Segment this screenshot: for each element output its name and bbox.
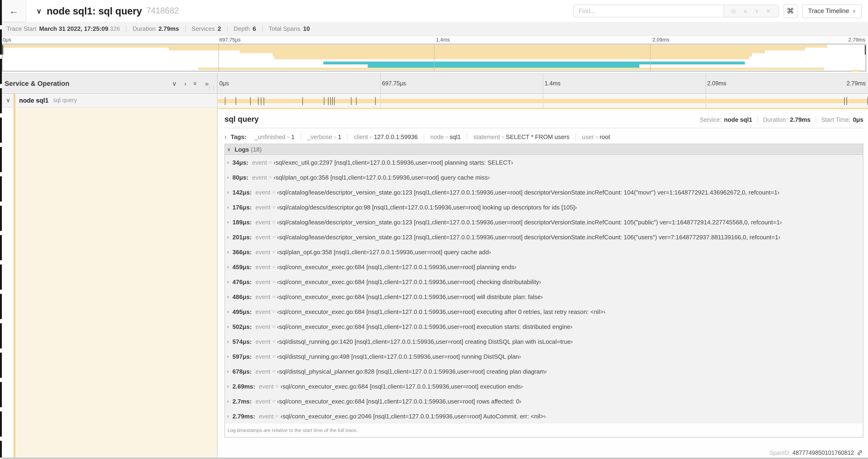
detail-divider bbox=[224, 128, 863, 128]
chevron-right-icon: › bbox=[227, 294, 229, 299]
tags-accordian[interactable]: › Tags: _unfinished=1_verbose=1client=12… bbox=[224, 133, 863, 140]
clear-find-icon[interactable]: ✕ bbox=[766, 8, 771, 14]
log-marker-tick bbox=[250, 97, 251, 105]
background-window-sliver bbox=[0, 0, 2, 458]
log-row[interactable]: ›2.69ms:event=‹sql/conn_executor_exec.go… bbox=[225, 379, 863, 394]
chevron-right-icon: › bbox=[227, 339, 229, 344]
logs-count: (18) bbox=[251, 146, 261, 153]
expand-one-icon[interactable]: › bbox=[184, 80, 186, 87]
chevron-right-icon: › bbox=[227, 324, 229, 329]
chevron-right-icon: › bbox=[227, 219, 229, 225]
log-row[interactable]: ›502μs:event=‹sql/conn_executor_exec.go:… bbox=[225, 319, 863, 334]
chevron-right-icon: › bbox=[227, 309, 229, 315]
log-row[interactable]: ›597μs:event=‹sql/distsql_running.go:498… bbox=[225, 349, 863, 364]
log-row[interactable]: ›476μs:event=‹sql/conn_executor_exec.go:… bbox=[225, 274, 863, 289]
service-operation-header: Service & Operation bbox=[5, 80, 69, 87]
log-row[interactable]: ›486μs:event=‹sql/conn_executor_exec.go:… bbox=[225, 289, 863, 304]
logs-header[interactable]: ∨ Logs (18) bbox=[225, 144, 863, 155]
log-marker-tick bbox=[264, 97, 265, 105]
span-id-label: SpanID: bbox=[769, 450, 790, 456]
log-row[interactable]: ›142μs:event=‹sql/catalog/lease/descript… bbox=[225, 185, 863, 200]
timeline-gridline bbox=[705, 74, 706, 93]
chevron-right-icon: › bbox=[227, 189, 229, 195]
chevron-right-icon: › bbox=[227, 279, 229, 285]
logs-accordian: ∨ Logs (18) ›34μs:event=‹sql/exec_util.g… bbox=[224, 144, 863, 437]
meta-label: Duration: bbox=[763, 116, 788, 123]
collapse-header-chevron-icon[interactable]: ∨ bbox=[36, 7, 41, 15]
timeline-tick-label: 697.75μs bbox=[382, 80, 406, 87]
log-marker-tick bbox=[331, 97, 331, 105]
chevron-right-icon: › bbox=[227, 234, 229, 240]
log-row[interactable]: ›495μs:event=‹sql/conn_executor_exec.go:… bbox=[225, 304, 863, 319]
log-row[interactable]: ›80μs:event=‹sql/plan_opt.go:358 [nsql1,… bbox=[225, 170, 863, 185]
trace-view-dropdown[interactable]: Trace Timeline ∨ bbox=[802, 4, 862, 18]
stat-separator bbox=[227, 25, 227, 32]
timeline-tick-label: 2.09ms bbox=[707, 80, 726, 87]
prev-match-icon[interactable]: ∧ bbox=[743, 8, 747, 14]
log-marker-tick bbox=[324, 97, 324, 105]
trace-stat: Trace StartMarch 31 2022, 17:25:09.326 bbox=[6, 25, 120, 32]
tag-item: _unfinished=1 bbox=[248, 133, 301, 140]
find-input[interactable] bbox=[574, 5, 723, 17]
log-row[interactable]: ›366μs:event=‹sql/plan_opt.go:358 [nsql1… bbox=[225, 244, 863, 259]
minimap-gridline bbox=[650, 44, 650, 71]
chevron-down-icon: ∨ bbox=[227, 146, 231, 152]
meta-value: 2.79ms bbox=[790, 116, 810, 123]
log-row[interactable]: ›34μs:event=‹sql/exec_util.go:2297 [nsql… bbox=[225, 155, 863, 170]
detail-meta: Service:node sql1Duration:2.79msStart Ti… bbox=[700, 116, 863, 123]
log-row[interactable]: ›2.7ms:event=‹sql/conn_executor_exec.go:… bbox=[225, 394, 863, 408]
collapse-one-icon[interactable]: ∨ bbox=[172, 80, 177, 87]
collapse-all-icon[interactable]: » bbox=[192, 81, 199, 85]
span-id-footer: SpanID: 4877749850101760812 bbox=[769, 450, 863, 456]
minimap-canvas[interactable] bbox=[2, 44, 866, 71]
log-row[interactable]: ›189μs:event=‹sql/catalog/lease/descript… bbox=[225, 215, 863, 230]
keyboard-shortcuts-button[interactable]: ⌘ bbox=[783, 4, 797, 18]
chevron-right-icon: › bbox=[227, 204, 229, 210]
span-name-column[interactable]: ∨ node sql1 sql query bbox=[2, 94, 217, 107]
meta-value: 0μs bbox=[853, 116, 863, 123]
log-row[interactable]: ›574μs:event=‹sql/distsql_running.go:142… bbox=[225, 334, 863, 349]
trace-id: 7418682 bbox=[146, 6, 179, 16]
next-match-icon[interactable]: ∨ bbox=[754, 8, 759, 14]
log-row[interactable]: ›459μs:event=‹sql/conn_executor_exec.go:… bbox=[225, 259, 863, 274]
link-icon[interactable] bbox=[857, 450, 863, 456]
log-row[interactable]: ›201μs:event=‹sql/catalog/lease/descript… bbox=[225, 230, 863, 244]
logs-label: Logs bbox=[235, 146, 249, 153]
logs-note: Log timestamps are relative to the start… bbox=[225, 424, 863, 437]
chevron-right-icon: › bbox=[227, 354, 229, 359]
locate-icon[interactable]: ◎ bbox=[731, 8, 736, 14]
span-row[interactable]: ∨ node sql1 sql query bbox=[2, 94, 868, 107]
stat-separator bbox=[126, 25, 127, 32]
log-marker-tick bbox=[356, 97, 357, 105]
log-row[interactable]: ›2.79ms:event=‹sql/conn_executor_exec.go… bbox=[225, 408, 863, 424]
span-duration-bar[interactable] bbox=[218, 99, 868, 103]
log-marker-tick bbox=[261, 97, 261, 105]
tag-item: user=root bbox=[576, 133, 616, 140]
minimap-span-bar bbox=[169, 47, 805, 51]
log-marker-tick bbox=[844, 97, 845, 105]
chevron-right-icon: › bbox=[227, 384, 229, 389]
minimap-span-bar bbox=[851, 70, 860, 72]
minimap-scrubber-right[interactable] bbox=[865, 45, 866, 55]
trace-stat: Duration2.79ms bbox=[133, 25, 179, 32]
minimap-tick-label: 0μs bbox=[3, 37, 11, 42]
stat-separator bbox=[262, 25, 262, 32]
detail-left-column bbox=[2, 107, 217, 458]
log-marker-tick bbox=[846, 97, 847, 105]
span-timeline-track[interactable] bbox=[217, 94, 868, 107]
meta-value: node sql1 bbox=[724, 116, 752, 123]
span-color-accent bbox=[13, 107, 15, 458]
span-color-strip bbox=[217, 107, 868, 109]
trace-stat: Services2 bbox=[192, 25, 221, 32]
meta-separator bbox=[757, 117, 758, 123]
expanded-span-highlight bbox=[15, 107, 217, 458]
log-row[interactable]: ›176μs:event=‹sql/catalog/descs/descript… bbox=[225, 200, 863, 215]
span-collapse-chevron-icon[interactable]: ∨ bbox=[6, 97, 10, 104]
log-row[interactable]: ›678μs:event=‹sql/distsql_physical_plann… bbox=[225, 364, 863, 379]
log-marker-tick bbox=[351, 97, 351, 105]
chevron-right-icon: › bbox=[227, 249, 229, 255]
back-button[interactable]: ← bbox=[2, 0, 26, 22]
log-marker-tick bbox=[328, 97, 329, 105]
minimap-scrubber-left[interactable] bbox=[2, 45, 3, 55]
column-resizer-grip[interactable]: ❘❘ bbox=[208, 85, 216, 90]
